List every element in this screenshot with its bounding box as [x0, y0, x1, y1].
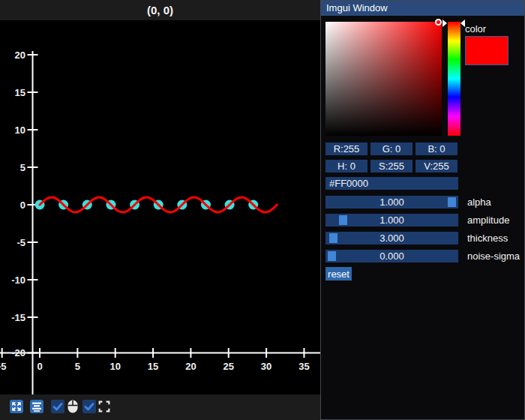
svg-text:10: 10	[110, 361, 120, 372]
color-component-field[interactable]: V:255	[416, 160, 458, 172]
hsv-fields-row: H: 0S:255V:255	[326, 160, 465, 172]
svg-text:0: 0	[37, 361, 42, 372]
svg-text:15: 15	[15, 87, 26, 98]
svg-text:5: 5	[75, 361, 80, 372]
sine-plot-canvas[interactable]: 20151050-5-10-15-20-505101520253035	[0, 20, 320, 394]
color-component-field[interactable]: H: 0	[326, 160, 368, 172]
plot-toolbar	[0, 394, 320, 420]
slider-label: amplitude	[467, 214, 509, 226]
rgb-fields-row: R:255G: 0B: 0	[326, 142, 465, 155]
svg-text:0: 0	[20, 200, 26, 211]
svg-text:-15: -15	[11, 312, 26, 323]
svg-text:-5: -5	[16, 237, 26, 248]
color-component-field[interactable]: S:255	[370, 160, 412, 172]
slider-value: 0.000	[326, 250, 458, 262]
svg-text:35: 35	[298, 361, 309, 372]
fullscreen-checkbox[interactable]	[82, 400, 96, 413]
expand-arrows-icon	[10, 400, 23, 413]
plot-title: (0, 0)	[0, 0, 320, 20]
saturation-value-picker[interactable]	[326, 22, 442, 136]
slider-value: 1.000	[326, 214, 458, 226]
checkmark-icon	[51, 400, 64, 413]
hex-input[interactable]: #FF0000	[326, 177, 458, 190]
hue-marker-left-icon	[442, 20, 447, 27]
color-swatch[interactable]	[465, 36, 508, 65]
align-center-lines-button[interactable]	[30, 400, 44, 413]
svg-text:-20: -20	[11, 347, 26, 358]
expand-arrows-button[interactable]	[10, 400, 23, 413]
hue-bar[interactable]	[448, 22, 460, 136]
color-component-field[interactable]: R:255	[326, 142, 368, 155]
color-label: color	[465, 23, 486, 34]
imgui-window: Imgui Window color R:255G: 0B: 0 H: 0S:2…	[320, 0, 525, 420]
svg-text:5: 5	[20, 162, 26, 173]
noise-sigma-slider[interactable]: 0.000	[326, 250, 458, 262]
imgui-window-title-bar[interactable]: Imgui Window	[321, 1, 524, 16]
mouse-icon	[66, 400, 78, 413]
frame-corners-icon	[98, 400, 110, 413]
svg-text:15: 15	[148, 361, 158, 372]
reset-button[interactable]: reset	[326, 267, 352, 280]
alpha-slider[interactable]: 1.000	[326, 196, 458, 208]
align-center-lines-icon	[30, 400, 44, 413]
svg-text:-10: -10	[11, 274, 26, 286]
app-root: (0, 0) 20151050-5-10-15-20-5051015202530…	[0, 0, 525, 420]
svg-text:25: 25	[224, 361, 234, 372]
thickness-slider[interactable]: 3.000	[326, 232, 458, 244]
svg-text:10: 10	[15, 124, 26, 136]
checkmark-icon	[82, 400, 96, 413]
mouse-mode-checkbox[interactable]	[51, 400, 64, 413]
amplitude-slider[interactable]: 1.000	[326, 214, 458, 226]
color-component-field[interactable]: G: 0	[370, 142, 412, 155]
sine-line	[40, 197, 277, 212]
slider-label: thickness	[467, 232, 508, 244]
svg-text:-5: -5	[0, 361, 6, 372]
slider-label: alpha	[467, 196, 491, 208]
color-component-field[interactable]: B: 0	[416, 142, 458, 155]
svg-text:20: 20	[15, 50, 26, 61]
plot-panel: (0, 0) 20151050-5-10-15-20-5051015202530…	[0, 0, 320, 420]
svg-text:20: 20	[185, 361, 196, 372]
slider-value: 1.000	[326, 196, 458, 208]
slider-value: 3.000	[326, 232, 458, 244]
slider-label: noise-sigma	[467, 250, 520, 262]
sv-cursor-icon[interactable]	[435, 19, 442, 26]
svg-text:30: 30	[261, 361, 272, 372]
